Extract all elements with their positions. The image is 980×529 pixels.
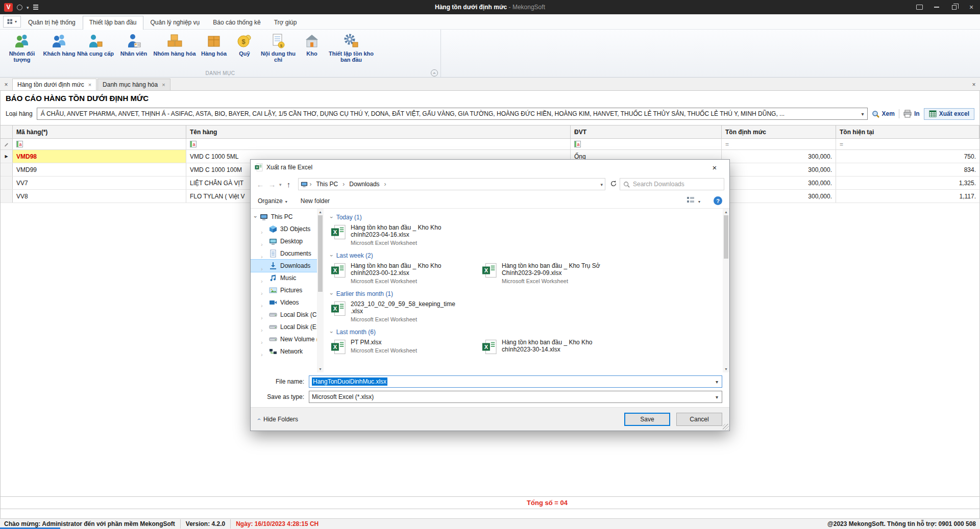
filter-cell-ma-hang[interactable]: a: [13, 139, 186, 149]
file-item[interactable]: X Hàng tồn kho ban đầu _ Kho Trụ Sở Chín…: [482, 262, 633, 284]
sidebar-item-pictures[interactable]: Pictures: [251, 284, 317, 296]
save-button[interactable]: Save: [624, 413, 670, 426]
expander-icon[interactable]: ›: [253, 216, 259, 218]
ribbon-button-nhom-doi-tuong[interactable]: Nhóm đối tượng: [2, 32, 42, 63]
file-item[interactable]: X 2023_10_02_09_59_58_keeping_time .xlsx…: [331, 300, 482, 322]
new-folder-button[interactable]: New folder: [301, 197, 330, 205]
ribbon-button-nha-cung-cap[interactable]: Nhà cung cấp: [77, 32, 114, 57]
print-button[interactable]: In: [903, 110, 920, 118]
cell-min-stock[interactable]: 300,000.: [722, 163, 836, 176]
ribbon-app-menu-button[interactable]: [3, 16, 21, 28]
breadcrumb-downloads[interactable]: Downloads: [347, 180, 382, 189]
ribbon-button-hang-hoa[interactable]: Hàng hóa: [197, 32, 231, 57]
up-button[interactable]: ↑: [284, 180, 293, 189]
breadcrumb[interactable]: › This PC › Downloads ›: [298, 178, 605, 190]
cell-current-stock[interactable]: 1,117.: [836, 190, 979, 203]
hide-folders-button[interactable]: Hide Folders: [258, 416, 298, 423]
cell-current-stock[interactable]: 834.: [836, 163, 979, 176]
sidebar-scrollbar[interactable]: ▲ ▼: [317, 209, 324, 372]
quick-access-circle-icon[interactable]: [17, 5, 22, 10]
help-button[interactable]: ?: [714, 196, 722, 205]
view-button[interactable]: Xem: [872, 110, 895, 118]
sidebar-item-local-disk-c[interactable]: Local Disk (C:): [251, 309, 317, 321]
sidebar-item-new-volume-g[interactable]: New Volume (G:): [251, 333, 317, 345]
breadcrumb-this-pc[interactable]: This PC: [314, 180, 341, 189]
ribbon-button-kho[interactable]: Kho: [299, 32, 325, 57]
column-header-ten-hang[interactable]: Tên hàng: [186, 125, 571, 138]
column-header-dvt[interactable]: ĐVT: [571, 125, 722, 138]
scrollbar-thumb[interactable]: [318, 215, 323, 292]
doc-tab-danh-muc-hang-hoa[interactable]: Danh mục hàng hóa ×: [97, 79, 170, 90]
ribbon-tab-reports[interactable]: Báo cáo thống kê: [207, 16, 266, 29]
back-button[interactable]: ←: [256, 180, 265, 189]
forward-button[interactable]: →: [267, 180, 277, 189]
sidebar-item-this-pc[interactable]: › This PC: [251, 211, 317, 223]
cancel-button[interactable]: Cancel: [676, 413, 722, 426]
column-header-ton-hien-tai[interactable]: Tồn hiện tại: [836, 125, 979, 138]
sidebar-item-music[interactable]: Music: [251, 272, 317, 284]
scroll-down-icon[interactable]: ▼: [724, 366, 728, 372]
close-button[interactable]: ×: [963, 0, 980, 14]
file-group-today[interactable]: › Today (1): [331, 214, 721, 221]
file-item[interactable]: X Hàng tồn kho ban đầu _ Kho Kho chính20…: [482, 339, 633, 355]
file-group-earlier-this-month[interactable]: › Earlier this month (1): [331, 290, 721, 297]
sidebar-item-documents[interactable]: Documents: [251, 247, 317, 260]
close-icon[interactable]: ×: [88, 82, 91, 88]
cell-current-stock[interactable]: 750.: [836, 150, 979, 163]
fullscreen-button[interactable]: [911, 0, 928, 14]
sidebar-item-videos[interactable]: Videos: [251, 296, 317, 309]
category-filter-combo[interactable]: Á CHÂU, ANVET PHARMA, ANVET, THỊNH Á - A…: [37, 108, 868, 120]
cell-code[interactable]: VMD98: [13, 150, 186, 163]
resize-grip[interactable]: [723, 424, 729, 430]
file-item[interactable]: X PT PM.xlsx Microsoft Excel Worksheet: [331, 339, 482, 355]
file-group-last-week[interactable]: › Last week (2): [331, 252, 721, 259]
app-logo-icon[interactable]: V: [4, 3, 13, 12]
organize-menu[interactable]: Organize: [258, 197, 287, 205]
cell-code[interactable]: VV7: [13, 177, 186, 189]
file-group-last-month[interactable]: › Last month (6): [331, 329, 721, 336]
doc-tab-hang-ton-duoi-dinh-muc[interactable]: Hàng tồn dưới định mức ×: [12, 79, 96, 90]
search-input[interactable]: [633, 181, 721, 188]
sidebar-item-3d-objects[interactable]: 3D Objects: [251, 223, 317, 235]
ribbon-button-khach-hang[interactable]: Khách hàng: [43, 32, 76, 57]
sidebar-item-downloads[interactable]: Downloads: [251, 260, 317, 272]
ribbon-button-nhom-hang-hoa[interactable]: Nhóm hàng hóa: [153, 32, 196, 57]
chevron-down-icon[interactable]: [27, 4, 29, 11]
close-all-tabs-button[interactable]: ×: [0, 79, 12, 90]
cell-code[interactable]: VMD99: [13, 163, 186, 176]
save-as-type-select[interactable]: Microsoft Excel (*.xlsx): [309, 391, 722, 403]
sidebar-item-desktop[interactable]: Desktop: [251, 235, 317, 247]
cell-current-stock[interactable]: 1,325.: [836, 177, 979, 189]
scrollbar-thumb[interactable]: [724, 215, 728, 259]
address-dropdown-icon[interactable]: [600, 181, 603, 188]
export-excel-button[interactable]: Xuất excel: [924, 108, 974, 120]
ribbon-collapse-button[interactable]: [431, 69, 438, 77]
ribbon-button-thiet-lap-ton-kho[interactable]: Thiết lập tồn kho ban đầu: [326, 32, 377, 63]
refresh-button[interactable]: [610, 180, 617, 189]
filter-cell-dvt[interactable]: a: [571, 139, 722, 149]
ribbon-tab-help[interactable]: Trợ giúp: [268, 16, 303, 29]
dialog-close-button[interactable]: ×: [704, 160, 725, 175]
ribbon-button-nhan-vien[interactable]: Nhân viên: [115, 32, 152, 57]
ribbon-tab-operations[interactable]: Quản lý nghiệp vụ: [144, 16, 206, 29]
filter-cell-ton-hien-tai[interactable]: =: [836, 139, 979, 149]
scroll-down-icon[interactable]: ▼: [318, 366, 322, 372]
sidebar-item-local-disk-e[interactable]: Local Disk (E:): [251, 321, 317, 333]
restore-button[interactable]: [945, 0, 963, 14]
scroll-up-icon[interactable]: ▲: [318, 209, 322, 215]
cell-min-stock[interactable]: 300,000.: [722, 150, 836, 163]
column-header-ton-dinh-muc[interactable]: Tồn định mức: [722, 125, 836, 138]
minimize-button[interactable]: [928, 0, 945, 14]
filter-cell-ten-hang[interactable]: a: [186, 139, 571, 149]
file-item[interactable]: X Hàng tồn kho ban đầu _ Kho Kho chính20…: [331, 224, 482, 246]
search-box[interactable]: [620, 178, 724, 190]
file-item[interactable]: X Hàng tồn kho ban đầu _ Kho Kho chính20…: [331, 262, 482, 284]
ribbon-tab-initial-setup[interactable]: Thiết lập ban đầu: [83, 16, 143, 30]
ribbon-button-noi-dung-thu-chi[interactable]: $ Nội dung thu chi: [258, 32, 298, 63]
cell-min-stock[interactable]: 300,000.: [722, 190, 836, 203]
filter-cell-ton-dinh-muc[interactable]: =: [722, 139, 836, 149]
cell-code[interactable]: VV8: [13, 190, 186, 203]
cell-min-stock[interactable]: 300,000.: [722, 177, 836, 189]
view-mode-button[interactable]: [687, 197, 700, 205]
file-list-scrollbar[interactable]: ▲ ▼: [723, 209, 729, 372]
